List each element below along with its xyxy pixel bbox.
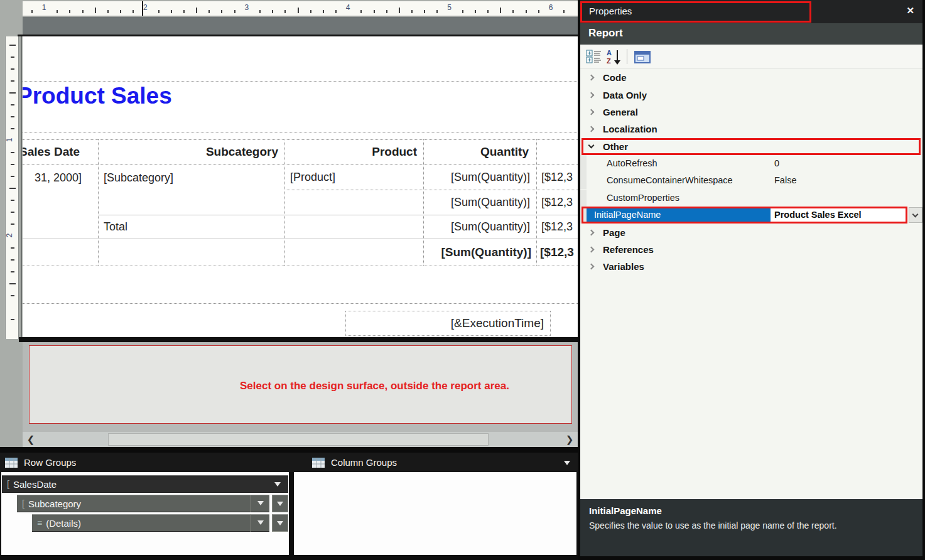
property-category-localization[interactable]: Localization	[580, 121, 922, 137]
property-row-consumecontainerwhitespace[interactable]: ConsumeContainerWhitespaceFalse	[580, 172, 922, 189]
ruler-tick	[11, 164, 14, 165]
ruler-number: 5	[447, 3, 452, 12]
property-row-initialpagename[interactable]: InitialPageNameProduct Sales Excel	[580, 207, 922, 223]
column-groups-menu-caret[interactable]	[564, 461, 570, 465]
cell-subcategory-group[interactable]: [Subcategory]	[98, 164, 284, 215]
property-pages-icon[interactable]	[634, 50, 651, 63]
ruler-tick	[234, 10, 235, 13]
property-category-general[interactable]: General	[580, 104, 922, 121]
ruler-number: 4	[346, 3, 350, 12]
header-cell-sales-date[interactable]: Sales Date	[23, 139, 98, 164]
property-value[interactable]: 0	[771, 155, 906, 172]
ruler-tick	[11, 200, 14, 201]
property-category-code[interactable]: Code	[580, 69, 922, 86]
ruler-number: 2	[143, 3, 148, 12]
property-value[interactable]: False	[771, 172, 906, 189]
cell-sales-date-group[interactable]: 31, 2000]	[23, 164, 98, 239]
sort-az-icon[interactable]: A Z	[606, 49, 622, 65]
ruler-tick	[11, 152, 14, 153]
group-menu-caret-secondary[interactable]	[272, 514, 288, 532]
caret-down-icon	[257, 520, 264, 525]
report-page[interactable]: Product Sales Sales Date Subcategory Pro…	[23, 36, 578, 337]
property-name[interactable]: AutoRefresh	[587, 155, 771, 172]
property-value[interactable]	[771, 190, 906, 207]
cell-product[interactable]: [Product]	[284, 164, 423, 190]
property-category-references[interactable]: References	[580, 241, 922, 258]
ruler-tick	[69, 10, 70, 13]
properties-title-bar: Properties ✕	[580, 0, 922, 23]
caret-down-icon	[277, 521, 283, 525]
ruler-tick	[208, 10, 210, 13]
row-group-item-details[interactable]: ≡(Details)	[32, 514, 269, 532]
property-name[interactable]: InitialPageName	[587, 207, 771, 223]
cell-amount[interactable]: [$12,3	[536, 190, 578, 215]
ruler-number: 3	[244, 3, 249, 12]
group-label: Subcategory	[28, 498, 81, 509]
chevron-right-icon[interactable]	[588, 126, 595, 132]
ruler-tick	[374, 10, 375, 13]
cell-sum-quantity[interactable]: [Sum(Quantity)]	[423, 164, 536, 190]
close-icon[interactable]: ✕	[906, 5, 914, 16]
cell-amount[interactable]: [$12,3	[536, 215, 578, 239]
cell-grand-total-quantity[interactable]: [Sum(Quantity)]	[423, 239, 536, 266]
ruler-tick	[11, 319, 14, 320]
chevron-down-icon[interactable]	[588, 143, 595, 149]
ruler-tick	[133, 10, 134, 13]
ruler-tick	[360, 10, 362, 13]
cell-sum-quantity[interactable]: [Sum(Quantity)]	[423, 215, 536, 239]
chevron-right-icon[interactable]	[588, 109, 595, 116]
group-menu-caret[interactable]	[274, 482, 281, 487]
cell-grand-total-amount[interactable]: [$12,3	[536, 239, 578, 266]
horizontal-scrollbar[interactable]: ❮ ❯	[23, 432, 578, 447]
row-group-item-salesdate[interactable]: [SalesDate	[2, 475, 288, 493]
annotation-rect-other	[582, 138, 921, 155]
property-value[interactable]: Product Sales Excel	[771, 207, 906, 223]
ruler-tick	[386, 10, 387, 13]
ruler-tick	[221, 10, 222, 13]
header-cell-product[interactable]: Product	[284, 139, 423, 164]
category-label: General	[603, 107, 638, 117]
scrollbar-thumb[interactable]	[108, 433, 489, 446]
group-menu-caret[interactable]	[251, 495, 269, 512]
execution-time-textbox[interactable]: [&ExecutionTime]	[345, 311, 551, 336]
property-name[interactable]: ConsumeContainerWhitespace	[587, 172, 771, 189]
ruler-tick	[120, 10, 121, 13]
categorized-icon[interactable]	[586, 50, 602, 63]
ruler-number: 1	[5, 138, 14, 143]
property-name[interactable]: CustomProperties	[587, 190, 771, 207]
category-label: Page	[603, 227, 625, 238]
row-group-item-subcategory[interactable]: [Subcategory	[17, 495, 269, 512]
cell-amount[interactable]: [$12,3	[536, 164, 578, 190]
header-cell-subcategory[interactable]: Subcategory	[98, 139, 284, 164]
property-category-variables[interactable]: Variables	[580, 258, 922, 275]
scroll-left-arrow[interactable]: ❮	[24, 432, 38, 447]
property-category-other[interactable]: Other	[580, 138, 922, 155]
chevron-right-icon[interactable]	[588, 92, 595, 98]
chevron-right-icon[interactable]	[588, 264, 595, 270]
cell-sum-quantity[interactable]: [Sum(Quantity)]	[423, 190, 536, 215]
property-category-page[interactable]: Page	[580, 224, 922, 241]
property-category-data-only[interactable]: Data Only	[580, 86, 922, 103]
property-row-customproperties[interactable]: CustomProperties	[580, 190, 922, 207]
cell-total-label[interactable]: Total	[98, 215, 284, 239]
group-bracket-icon: [	[7, 479, 9, 489]
chevron-right-icon[interactable]	[588, 229, 595, 235]
ruler-tick	[259, 10, 261, 13]
toolbar-separator	[627, 49, 627, 64]
property-description-box: InitialPageName Specifies the value to u…	[580, 499, 922, 556]
property-indent-gutter	[580, 190, 587, 207]
group-menu-caret-secondary[interactable]	[272, 495, 288, 512]
ruler-tick	[563, 10, 565, 13]
properties-toolbar: A Z	[580, 45, 922, 68]
description-property-text: Specifies the value to use as the initia…	[589, 520, 914, 530]
property-row-autorefresh[interactable]: AutoRefresh0	[580, 155, 922, 172]
header-cell-quantity[interactable]: Quantity	[423, 139, 536, 164]
scroll-right-arrow[interactable]: ❯	[563, 432, 576, 447]
tablix[interactable]: Sales Date Subcategory Product Quantity …	[23, 139, 578, 266]
category-label: Variables	[603, 261, 644, 272]
ruler-tick	[11, 295, 14, 296]
chevron-right-icon[interactable]	[588, 247, 595, 253]
chevron-right-icon[interactable]	[588, 75, 595, 81]
property-value-dropdown-button[interactable]	[909, 207, 922, 223]
group-menu-caret[interactable]	[251, 514, 269, 532]
